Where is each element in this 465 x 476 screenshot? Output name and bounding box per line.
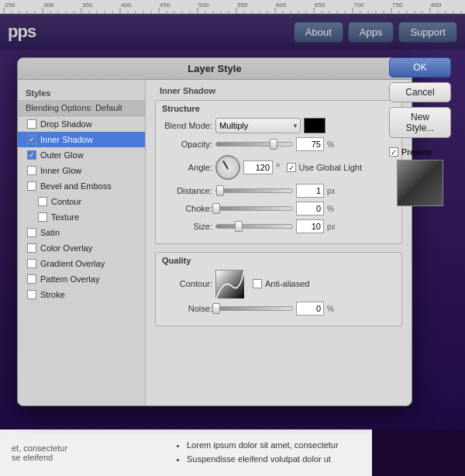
quality-section: Quality Contour: xyxy=(155,252,402,326)
ruler xyxy=(0,0,465,14)
pattern-overlay-checkbox[interactable] xyxy=(27,274,36,284)
styles-header: Styles xyxy=(18,86,145,100)
distance-thumb[interactable] xyxy=(216,185,224,196)
choke-label: Choke: xyxy=(162,204,212,213)
satin-item[interactable]: Satin xyxy=(18,225,145,240)
degree-symbol: ° xyxy=(276,161,281,174)
distance-slider[interactable] xyxy=(215,188,293,193)
stroke-item[interactable]: Stroke xyxy=(18,287,145,302)
stroke-checkbox[interactable] xyxy=(27,290,36,299)
size-thumb[interactable] xyxy=(235,221,243,232)
distance-input[interactable] xyxy=(296,184,324,198)
angle-row: Angle: ° ✓ Use Global xyxy=(162,155,395,180)
contour-label: Contour: xyxy=(162,279,212,288)
distance-label: Distance: xyxy=(162,186,212,195)
ok-button[interactable]: OK xyxy=(389,57,451,78)
styles-panel: Styles Blending Options: Default Drop Sh… xyxy=(18,80,146,405)
choke-slider[interactable] xyxy=(215,206,293,211)
new-style-button[interactable]: New Style... xyxy=(389,107,451,138)
contour-checkbox[interactable] xyxy=(38,197,47,206)
satin-checkbox[interactable] xyxy=(27,228,36,237)
settings-panel: Inner Shadow Structure Blend Mode: Multi… xyxy=(146,80,412,405)
texture-item[interactable]: Texture xyxy=(18,209,145,225)
noise-row: Noise: % xyxy=(162,302,395,316)
gradient-overlay-checkbox[interactable] xyxy=(27,259,36,268)
dialog-overlay: Layer Style Styles Blending Options: Def… xyxy=(0,50,465,476)
apps-button[interactable]: Apps xyxy=(348,22,394,43)
main-background: et, consectetur se eleifend Lorem ipsum … xyxy=(0,50,465,476)
quality-content: Contour: xyxy=(156,267,401,326)
contour-item[interactable]: Contour xyxy=(18,194,145,209)
color-overlay-item[interactable]: Color Overlay xyxy=(18,240,145,256)
structure-title: Structure xyxy=(156,101,401,115)
distance-row: Distance: px xyxy=(162,184,395,198)
angle-label: Angle: xyxy=(162,163,212,172)
distance-unit: px xyxy=(327,187,336,195)
noise-label: Noise: xyxy=(162,304,212,313)
support-button[interactable]: Support xyxy=(398,22,457,43)
blend-color-swatch[interactable] xyxy=(304,118,326,133)
noise-slider[interactable] xyxy=(215,306,293,311)
structure-section: Structure Blend Mode: Multiply ▼ xyxy=(155,100,402,244)
opacity-slider[interactable] xyxy=(215,142,293,147)
noise-input[interactable] xyxy=(296,302,324,316)
inner-shadow-checkbox[interactable]: ✓ xyxy=(27,135,36,144)
angle-needle xyxy=(222,160,229,169)
contour-thumbnail[interactable] xyxy=(215,270,243,298)
preview-checkbox[interactable]: ✓ xyxy=(389,147,398,157)
cancel-button[interactable]: Cancel xyxy=(389,82,451,102)
noise-unit: % xyxy=(327,305,334,313)
opacity-input[interactable] xyxy=(296,137,324,151)
preview-text: Preview xyxy=(401,147,432,157)
blend-mode-select[interactable]: Multiply xyxy=(215,118,301,133)
quality-title: Quality xyxy=(156,253,401,267)
opacity-unit: % xyxy=(327,140,334,149)
structure-content: Blend Mode: Multiply ▼ xyxy=(156,115,401,243)
layer-style-dialog: Layer Style Styles Blending Options: Def… xyxy=(17,57,412,406)
noise-thumb[interactable] xyxy=(212,303,220,314)
color-overlay-checkbox[interactable] xyxy=(27,243,36,253)
bevel-emboss-item[interactable]: Bevel and Emboss xyxy=(18,178,145,194)
about-button[interactable]: About xyxy=(294,22,343,43)
opacity-row: Opacity: % xyxy=(162,137,395,151)
opacity-thumb[interactable] xyxy=(270,139,277,150)
drop-shadow-item[interactable]: Drop Shadow xyxy=(18,116,145,132)
blend-mode-label: Blend Mode: xyxy=(162,121,212,130)
size-slider[interactable] xyxy=(215,224,293,229)
outer-glow-item[interactable]: ✓ Outer Glow xyxy=(18,147,145,163)
panel-section-title: Inner Shadow xyxy=(160,86,402,95)
outer-glow-checkbox[interactable]: ✓ xyxy=(27,150,36,160)
global-light-checkbox[interactable]: ✓ xyxy=(287,163,296,172)
inner-glow-checkbox[interactable] xyxy=(27,166,36,175)
bevel-emboss-checkbox[interactable] xyxy=(27,181,36,191)
size-row: Size: px xyxy=(162,219,395,233)
blending-options-item[interactable]: Blending Options: Default xyxy=(18,100,145,116)
preview-section: ✓ Preview xyxy=(389,147,451,206)
angle-dial[interactable] xyxy=(215,155,240,180)
pattern-overlay-item[interactable]: Pattern Overlay xyxy=(18,271,145,287)
action-buttons: OK Cancel New Style... ✓ Preview xyxy=(389,57,451,206)
inner-glow-item[interactable]: Inner Glow xyxy=(18,163,145,178)
brand-text: pps xyxy=(8,22,36,42)
navbar: pps About Apps Support xyxy=(0,14,465,50)
size-unit: px xyxy=(327,222,336,231)
texture-checkbox[interactable] xyxy=(38,212,47,222)
preview-label: ✓ Preview xyxy=(389,147,451,157)
choke-thumb[interactable] xyxy=(212,203,220,214)
anti-aliased-label[interactable]: Anti-aliased xyxy=(253,279,309,288)
blend-mode-row: Blend Mode: Multiply ▼ xyxy=(162,118,395,133)
preview-box xyxy=(397,160,443,206)
choke-input[interactable] xyxy=(296,202,324,216)
gradient-overlay-item[interactable]: Gradient Overlay xyxy=(18,256,145,271)
choke-row: Choke: % xyxy=(162,202,395,216)
drop-shadow-checkbox[interactable] xyxy=(27,119,36,129)
size-label: Size: xyxy=(162,222,212,231)
inner-shadow-item[interactable]: ✓ Inner Shadow xyxy=(18,132,145,147)
dialog-title: Layer Style xyxy=(18,58,412,80)
contour-row: Contour: xyxy=(162,270,395,298)
choke-unit: % xyxy=(327,205,334,213)
angle-input[interactable] xyxy=(243,160,273,174)
anti-aliased-checkbox[interactable] xyxy=(253,279,262,288)
global-light-label[interactable]: ✓ Use Global Light xyxy=(287,163,362,172)
size-input[interactable] xyxy=(296,219,324,233)
